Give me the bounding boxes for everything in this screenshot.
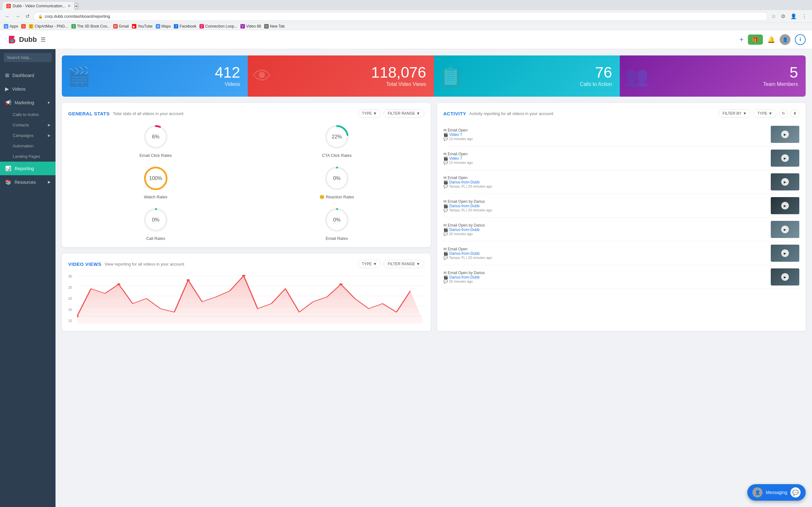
- activity-type-btn[interactable]: TYPE ▼: [753, 109, 776, 118]
- sidebar-item-dashboard[interactable]: ⊞ Dashboard: [0, 68, 55, 82]
- play-btn-5[interactable]: ▶: [781, 226, 789, 233]
- bookmark-gmail[interactable]: M Gmail: [113, 24, 129, 29]
- extensions-button[interactable]: ⚙: [780, 12, 786, 20]
- gauge-watch: 100% Watch Rates: [68, 164, 243, 199]
- forward-button[interactable]: →: [14, 12, 21, 20]
- bookmark-star[interactable]: ☆: [770, 12, 777, 20]
- activity-video-7[interactable]: 🎬 Darius-from-Dubb: [444, 275, 767, 279]
- video-icon-5: 🎬: [444, 228, 448, 232]
- svg-point-0: [10, 39, 14, 43]
- play-btn-4[interactable]: ▶: [781, 202, 789, 210]
- sidebar-item-contacts[interactable]: Contacts ▶: [0, 120, 55, 130]
- sidebar-item-landing-pages[interactable]: Landing Pages: [0, 151, 55, 162]
- type-chevron-icon: ▼: [373, 111, 377, 116]
- video-icon-4: 🎬: [444, 204, 448, 208]
- general-stats-actions: TYPE ▼ FILTER RANGE ▼: [358, 109, 424, 118]
- activity-thumb-2[interactable]: ▶: [771, 150, 799, 167]
- bookmark-youtube[interactable]: ▶ YouTube: [132, 24, 153, 29]
- info-button[interactable]: i: [795, 34, 806, 45]
- sidebar-item-videos[interactable]: ▶ Videos: [0, 82, 55, 96]
- lock-icon: 🔒: [38, 14, 43, 19]
- new-tab-button[interactable]: +: [74, 3, 78, 9]
- bookmark-connection[interactable]: C Connection Loop...: [200, 24, 237, 29]
- left-panels: GENERAL STATS Total stats of all videos …: [62, 103, 431, 331]
- sidebar-item-reporting[interactable]: 📊 Reporting: [0, 162, 55, 175]
- video-views-subtitle: View reporting for all videos in your ac…: [105, 262, 184, 267]
- tab-favicon: D: [6, 4, 11, 8]
- stat-views-number: 118,076: [371, 65, 426, 80]
- sidebar-item-resources[interactable]: 📚 Resources ▶: [0, 175, 55, 189]
- bookmark-g[interactable]: G: [21, 24, 26, 29]
- activity-video-2[interactable]: 🎬 Video 7: [444, 156, 767, 161]
- maps-favicon: M: [156, 24, 160, 29]
- chat-icon-5: 💬: [444, 232, 448, 236]
- activity-type-6: ✉ Email Open: [444, 247, 767, 251]
- messaging-widget[interactable]: 👤 Messaging 💬: [747, 484, 806, 501]
- bookmark-facebook[interactable]: f Facebook: [174, 24, 196, 29]
- activity-info-5: ✉ Email Open by Darius 🎬 Darius-from-Dub…: [444, 223, 767, 236]
- url-bar[interactable]: 🔒 corp.dubb.com/dashboard/reporting: [33, 12, 768, 20]
- bell-button[interactable]: 🔔: [767, 36, 775, 43]
- back-button[interactable]: ←: [4, 12, 11, 20]
- play-btn-3[interactable]: ▶: [781, 178, 789, 186]
- type-filter-btn[interactable]: TYPE ▼: [358, 109, 381, 118]
- reload-button[interactable]: ↺: [24, 12, 31, 20]
- resources-icon: 📚: [5, 179, 11, 185]
- search-input[interactable]: [4, 53, 52, 62]
- play-btn-7[interactable]: ▶: [781, 273, 789, 281]
- menu-button[interactable]: ⋮: [801, 12, 808, 20]
- browser-chrome: D Dubb - Video Communication... ✕ + ← → …: [0, 0, 812, 30]
- bookmark-newtab[interactable]: N New Tab: [264, 24, 285, 29]
- sidebar-item-automation[interactable]: Automation: [0, 141, 55, 151]
- sidebar-nav: ⊞ Dashboard ▶ Videos 📢 Marketing ▼ Calls…: [0, 66, 55, 191]
- bookmark-maps[interactable]: M Maps: [156, 24, 171, 29]
- add-button[interactable]: +: [740, 36, 744, 44]
- activity-meta-5: 💬 20 minutes ago: [444, 232, 767, 236]
- vv-type-btn[interactable]: TYPE ▼: [358, 260, 381, 268]
- activity-refresh-btn[interactable]: ↻: [779, 109, 788, 118]
- stat-card-videos: 🎬 412 Videos: [62, 55, 248, 97]
- hamburger-menu[interactable]: ☰: [41, 36, 46, 43]
- messaging-avatar: 👤: [752, 487, 763, 498]
- activity-actions: FILTER BY ▼ TYPE ▼ ↻ ⬇: [718, 109, 799, 118]
- activity-thumb-3[interactable]: ▶: [771, 173, 799, 190]
- user-avatar[interactable]: 👤: [780, 34, 791, 45]
- activity-video-4[interactable]: 🎬 Darius-from-Dubb: [444, 204, 767, 208]
- activity-thumb-4[interactable]: ▶: [771, 197, 799, 214]
- stat-videos-label: Videos: [225, 81, 241, 87]
- app-header: Dubb ☰ + 🎁 🔔 👤 i: [0, 30, 812, 49]
- play-btn-1[interactable]: ▶: [781, 130, 789, 138]
- video-views-panel: VIDEO VIEWS View reporting for all video…: [62, 253, 431, 331]
- sidebar-item-campaigns[interactable]: Campaigns ▶: [0, 130, 55, 141]
- activity-type-label: TYPE: [757, 111, 767, 116]
- activity-thumb-5[interactable]: ▶: [771, 221, 799, 238]
- activity-video-3[interactable]: 🎬 Darius-from-Dubb: [444, 180, 767, 184]
- filter-range-btn[interactable]: FILTER RANGE ▼: [384, 109, 424, 118]
- profile-button[interactable]: 👤: [789, 12, 798, 20]
- sidebar-item-marketing[interactable]: 📢 Marketing ▼: [0, 96, 55, 109]
- activity-download-btn[interactable]: ⬇: [791, 109, 799, 118]
- play-btn-6[interactable]: ▶: [781, 249, 789, 257]
- vv-filter-btn[interactable]: FILTER RANGE ▼: [384, 260, 424, 268]
- activity-thumb-7[interactable]: ▶: [771, 268, 799, 285]
- bookmark-3d[interactable]: 3 The 3D Book Cov...: [71, 24, 110, 29]
- activity-video-6[interactable]: 🎬 Darius-from-Dubb: [444, 251, 767, 256]
- bookmark-clipart[interactable]: C ClipArtMax - PNG...: [29, 24, 68, 29]
- sidebar-label-calls-to-action: Calls to Action: [13, 112, 39, 117]
- play-btn-2[interactable]: ▶: [781, 154, 789, 162]
- activity-thumb-1[interactable]: ▶: [771, 126, 799, 143]
- browser-tab-active[interactable]: D Dubb - Video Communication... ✕: [3, 2, 74, 10]
- activity-video-1[interactable]: 🎬 Video 7: [444, 132, 767, 137]
- activity-video-5[interactable]: 🎬 Darius-from-Dubb: [444, 228, 767, 232]
- bookmark-apps[interactable]: ⊞ Apps: [4, 24, 18, 29]
- activity-type-1: ✉ Email Open: [444, 128, 767, 132]
- tab-close-btn[interactable]: ✕: [67, 4, 71, 8]
- bookmark-video68[interactable]: V Video 68: [241, 24, 261, 29]
- activity-thumb-6[interactable]: ▶: [771, 245, 799, 262]
- sidebar-item-calls-to-action[interactable]: Calls to Action: [0, 109, 55, 120]
- marketing-icon: 📢: [5, 100, 11, 106]
- envelope-icon-7: ✉: [444, 271, 447, 275]
- activity-filter-by-btn[interactable]: FILTER BY ▼: [718, 109, 751, 118]
- contacts-expand-icon: ▶: [48, 123, 50, 127]
- gift-button[interactable]: 🎁: [748, 35, 763, 45]
